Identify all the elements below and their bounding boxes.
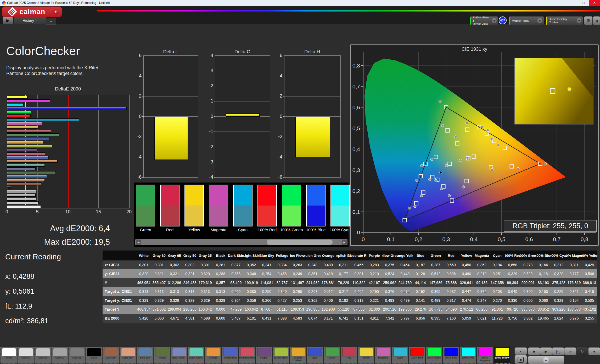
source-dropdown-mobile-forge[interactable]: Mobile Forge▼ (509, 16, 544, 25)
patch-label: Gray 80 (18, 356, 34, 359)
patch-button-black[interactable]: Black (86, 347, 102, 363)
patch-color (376, 348, 390, 356)
table-cell: 0,346 (244, 269, 259, 278)
patch-label: Gray 35 (69, 356, 85, 359)
cie-measured-point (491, 168, 494, 171)
cie-measured-point (462, 186, 465, 188)
settings-button[interactable]: ⚙ (584, 16, 593, 25)
patch-button-red[interactable]: Red (341, 347, 357, 363)
blank-button[interactable]: ● (588, 347, 600, 355)
axis-tick-label: 6 (273, 53, 282, 58)
table-cell: 0,194 (490, 260, 505, 269)
patch-button-bluish-green[interactable]: Bluish Green (188, 347, 204, 363)
patch-button-orange-yellow[interactable]: Orange Yellow (290, 347, 306, 363)
table-cell: 244,730 (397, 278, 413, 287)
reading-cdm2-value: cd/m²: 386,81 (5, 317, 48, 325)
gridline (215, 147, 270, 147)
patch-button-dark-skin[interactable]: Dark Skin (103, 347, 119, 363)
patch-button-100-cyan[interactable]: 100% Cyan (460, 347, 476, 363)
meter-dropdown-xrite[interactable]: X-Rite i1Pro 3 Direct View▼ (470, 16, 498, 25)
patch-button-orange[interactable]: Orange (205, 347, 221, 363)
table-cell: 7,160 (444, 314, 459, 323)
patch-button-100-yellow[interactable]: 100% Yellow (494, 347, 510, 363)
table-cell: 0,406 (321, 296, 336, 305)
continuous-button[interactable]: ∞ (564, 347, 576, 355)
patch-button-white[interactable]: White (1, 347, 17, 363)
table-cell: 0,600 (213, 314, 228, 323)
display-control-dropdown[interactable]: Direct Display Control▼ (546, 16, 583, 25)
table-cell: 246,488 (182, 278, 198, 287)
scroll-left-button[interactable]: ◀ (136, 240, 141, 245)
swatch-scrollbar[interactable]: ◀▶ (135, 239, 347, 245)
stop-measure-button[interactable]: ■ (514, 355, 527, 364)
patch-button-yellow-green[interactable]: Yellow Green (273, 347, 289, 363)
range-button[interactable]: [··] (552, 347, 564, 355)
table-cell: 369,228 (551, 305, 567, 314)
patch-button-gray-50[interactable]: Gray 50 (52, 347, 68, 363)
cie-measured-point (441, 124, 444, 127)
patch-button-purple[interactable]: Purple (256, 347, 272, 363)
rainbow-gradient-strip (97, 10, 600, 12)
reading-fl-value: fL: 112,9 (5, 302, 32, 310)
table-cell: 0,187 (413, 260, 428, 269)
minimize-button[interactable]: — (567, 0, 578, 6)
patch-button-gray-80[interactable]: Gray 80 (18, 347, 34, 363)
patch-button-cyan[interactable]: Cyan (392, 347, 408, 363)
patch-button-foliage[interactable]: Foliage (154, 347, 170, 363)
patch-button-light-skin[interactable]: Light Skin (120, 347, 136, 363)
delta-bar (154, 117, 188, 160)
patch-button-magenta[interactable]: Magenta (375, 347, 391, 363)
cie-measured-point (486, 129, 489, 132)
axis-tick-label: 3 (204, 68, 213, 73)
table-cell: 63,429 (228, 278, 244, 287)
stop-button[interactable]: ■ (528, 347, 540, 355)
table-cell: 0,505 (582, 296, 597, 305)
calman-menu-button[interactable]: calman ▼ (2, 7, 62, 17)
patch-button-purplish-blue[interactable]: Purplish Blue (222, 347, 238, 363)
gridline (144, 96, 198, 96)
refresh-button[interactable]: ↻ (576, 347, 588, 355)
table-cell: 0,400 (228, 287, 244, 296)
patch-button-gray-65[interactable]: Gray 65 (35, 347, 51, 363)
slide-up-button[interactable]: ▲ (514, 347, 527, 355)
table-cell: 5,487 (228, 314, 244, 323)
patch-button-blue[interactable]: Blue (307, 347, 323, 363)
patch-button-blue-sky[interactable]: Blue Sky (137, 347, 153, 363)
patch-button-green[interactable]: Green (324, 347, 340, 363)
bar (7, 122, 42, 125)
tick-mark (142, 96, 144, 96)
cie-measured-point (414, 205, 416, 208)
maximize-button[interactable]: □ (578, 0, 589, 6)
bar (7, 111, 31, 114)
meter-reading-badge: 637 (499, 16, 507, 24)
patch-button-gray-35[interactable]: Gray 35 (69, 347, 85, 363)
back-button[interactable]: « (528, 356, 564, 364)
table-cell: 33,852 (536, 305, 551, 314)
tab-scroll-button[interactable]: ▶ (3, 17, 13, 24)
patch-label: Light Skin (120, 356, 136, 359)
patch-button-yellow[interactable]: Yellow (358, 347, 374, 363)
swatch-compare-strip: GreenRedYellowMagentaCyan100% Red100% Gr… (134, 183, 349, 247)
scrollbar-thumb[interactable] (267, 240, 333, 245)
table-cell: 385,407 (152, 278, 167, 287)
bar (7, 133, 59, 136)
patch-button-blue-flower[interactable]: Blue Flower (171, 347, 187, 363)
patch-button-100-green[interactable]: 100% Green (426, 347, 442, 363)
table-column-header: 100% Red (505, 251, 520, 260)
patch-button-moderate-red[interactable]: Moderate Red (239, 347, 255, 363)
scroll-right-button[interactable]: ▶ (342, 240, 347, 245)
tab-history-1[interactable]: History 1 (14, 17, 46, 24)
chevron-left-icon: ◀ (595, 19, 598, 23)
table-cell: 0,427 (274, 296, 290, 305)
table-cell: 0,321 (152, 269, 167, 278)
axis-tick-label: -4 (133, 154, 142, 160)
add-tab-button[interactable]: + (46, 18, 56, 25)
collapse-panel-button[interactable]: ◀ (593, 16, 600, 25)
patch-color (308, 348, 322, 356)
patch-button-100-magenta[interactable]: 100% Magenta (477, 347, 493, 363)
play-button[interactable]: ▶ (540, 347, 552, 355)
patch-button-100-blue[interactable]: 100% Blue (443, 347, 459, 363)
close-button[interactable]: ✕ (589, 0, 600, 6)
patch-button-100-red[interactable]: 100% Red (409, 347, 425, 363)
cie-measured-point (459, 159, 462, 162)
